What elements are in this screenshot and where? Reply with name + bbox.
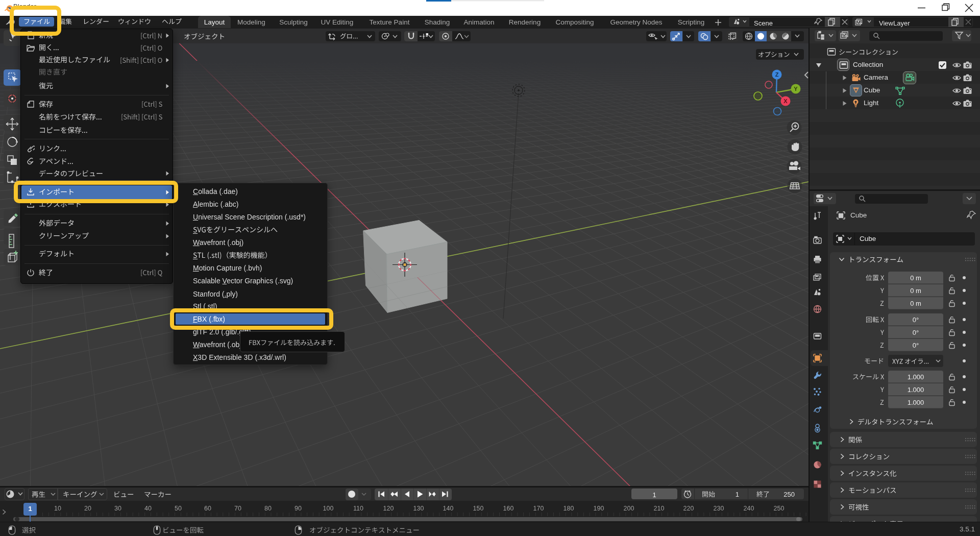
svg-text:Z: Z <box>775 71 779 78</box>
svg-text:X: X <box>783 98 788 104</box>
svg-text:Y: Y <box>794 86 798 92</box>
